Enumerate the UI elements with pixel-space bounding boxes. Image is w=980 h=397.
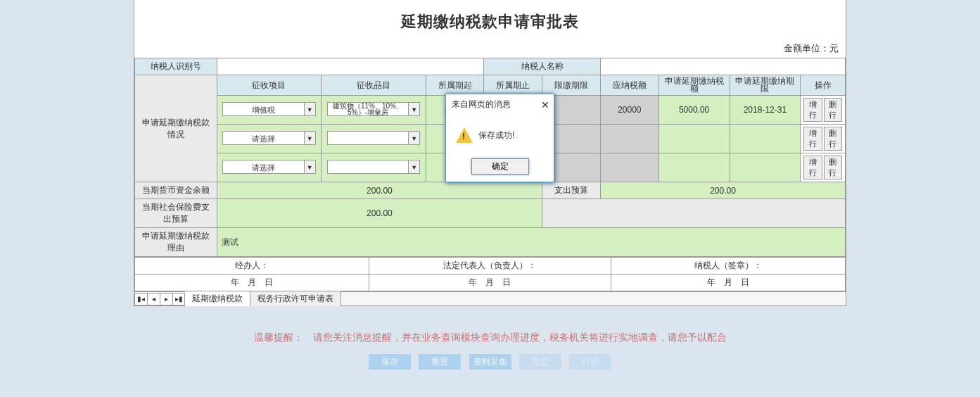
del-row-button[interactable]: 删行 [824, 156, 842, 179]
submit-button[interactable]: 提交 [519, 354, 561, 370]
blank-cell [542, 199, 846, 228]
col-deadline: 限缴期限 [542, 75, 601, 96]
col-item: 征收项目 [217, 75, 322, 96]
item-select[interactable]: 请选择 [222, 131, 316, 145]
product-select[interactable] [327, 131, 421, 145]
cell-tax-due: 20000 [600, 96, 658, 125]
item-select[interactable]: 增值税 [222, 102, 316, 116]
label-expense-budget: 支出预算 [542, 182, 601, 199]
cell-tax-due [600, 125, 658, 153]
dialog-title: 来自网页的消息 [452, 99, 511, 111]
tab-deferred-tax[interactable]: 延期缴纳税款 [185, 291, 250, 306]
cell-defer-deadline[interactable]: 2018-12-31 [730, 96, 801, 125]
product-select[interactable]: 建筑物（11%、10%、5%）-增量房 [327, 102, 421, 116]
sheet-tabs: ▮◂ ◂ ▸ ▸▮ 延期缴纳税款 税务行政许可申请表 [134, 291, 846, 305]
label-taxpayer-name: 纳税人名称 [484, 58, 601, 75]
value-taxpayer-name [600, 58, 845, 75]
label-cash-balance: 当期货币资金余额 [135, 182, 217, 199]
value-social-insurance[interactable]: 200.00 [217, 199, 542, 228]
add-row-button[interactable]: 增行 [803, 127, 822, 151]
cell-defer-amount[interactable] [658, 153, 730, 182]
value-expense-budget[interactable]: 200.00 [600, 182, 845, 199]
date-ymd: 年 月 日 [707, 277, 749, 287]
label-social-insurance: 当期社会保险费支出预算 [135, 199, 217, 228]
col-tax-due: 应纳税额 [600, 75, 658, 96]
item-select[interactable]: 请选择 [222, 160, 316, 174]
collect-button[interactable]: 资料采集 [469, 354, 511, 370]
cell-defer-amount[interactable] [658, 125, 730, 153]
value-taxpayer-id [217, 58, 484, 75]
label-legal-rep: 法定代表人（负责人）： [443, 260, 536, 270]
col-product: 征收品目 [322, 75, 426, 96]
tab-admin-license[interactable]: 税务行政许可申请表 [250, 291, 341, 306]
add-row-button[interactable]: 增行 [803, 156, 822, 179]
label-preparer: 经办人： [235, 260, 269, 270]
sheet-nav-first-icon[interactable]: ▮◂ [134, 293, 147, 305]
col-period-end: 所属期止 [484, 75, 542, 96]
sheet-nav-next-icon[interactable]: ▸ [160, 293, 172, 305]
dialog-ok-button[interactable]: 确定 [471, 158, 529, 175]
dialog-message: 保存成功! [478, 130, 514, 141]
value-defer-reason[interactable]: 测试 [217, 228, 845, 257]
page-title: 延期缴纳税款申请审批表 [134, 0, 846, 39]
add-row-button[interactable]: 增行 [803, 98, 822, 122]
sheet-nav-prev-icon[interactable]: ◂ [147, 293, 160, 305]
cell-defer-deadline[interactable] [730, 125, 801, 153]
cell-tax-due [600, 153, 658, 182]
reset-button[interactable]: 重置 [419, 354, 461, 370]
cell-defer-amount[interactable]: 5000.00 [658, 96, 730, 125]
message-dialog: 来自网页的消息 ✕ 保存成功! 确定 [445, 94, 554, 182]
col-action: 操作 [801, 75, 846, 96]
label-defer-situation: 申请延期缴纳税款情况 [135, 75, 217, 182]
label-defer-reason: 申请延期缴纳税款理由 [135, 228, 217, 257]
label-taxpayer-id: 纳税人识别号 [135, 58, 217, 75]
warning-icon [456, 127, 473, 143]
date-ymd: 年 月 日 [469, 277, 511, 287]
col-defer-amount: 申请延期缴纳税额 [658, 75, 730, 96]
save-button[interactable]: 保存 [369, 354, 411, 370]
button-bar: 保存 重置 资料采集 提交 打印 [0, 354, 980, 370]
col-defer-deadline: 申请延期缴纳期限 [730, 75, 801, 96]
cell-defer-deadline[interactable] [730, 153, 801, 182]
currency-unit: 金额单位：元 [134, 39, 846, 58]
col-period-start: 所属期起 [426, 75, 484, 96]
sheet-nav-last-icon[interactable]: ▸▮ [172, 293, 185, 305]
print-button[interactable]: 打印 [569, 354, 611, 370]
close-icon[interactable]: ✕ [541, 100, 549, 110]
date-ymd: 年 月 日 [231, 277, 273, 287]
del-row-button[interactable]: 删行 [824, 127, 842, 151]
product-select[interactable] [327, 160, 421, 174]
hint-text: 温馨提醒： 请您关注消息提醒，并在业务查询模块查询办理进度，税务机关将进行实地调… [0, 332, 980, 344]
value-cash-balance[interactable]: 200.00 [217, 182, 542, 199]
del-row-button[interactable]: 删行 [824, 98, 842, 122]
label-taxpayer-sign: 纳税人（签章）： [694, 260, 762, 270]
